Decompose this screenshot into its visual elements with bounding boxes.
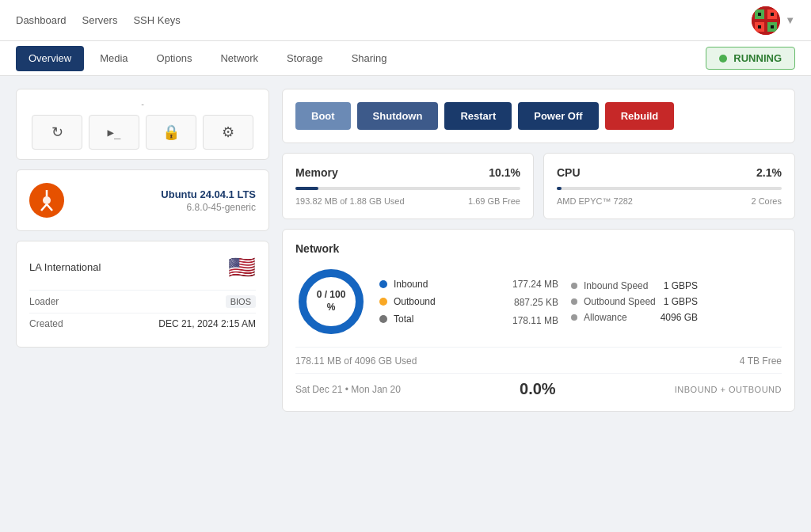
outbound-speed-row: Outbound Speed 1 GBPS [571,296,698,307]
network-card: Network 0 / 100 % [282,229,795,412]
svg-rect-5 [758,13,761,16]
right-panel: Boot Shutdown Restart Power Off Rebuild … [282,89,795,412]
boot-button[interactable]: Boot [295,102,351,130]
cpu-header: CPU 2.1% [557,166,782,179]
legend-inbound: Inbound [379,279,482,290]
shutdown-button[interactable]: Shutdown [357,102,439,130]
network-content: 0 / 100 % Inbound Outbound [295,266,782,337]
rebuild-button[interactable]: Rebuild [605,102,675,130]
memory-free: 1.69 GB Free [468,196,520,206]
tabs-bar: Overview Media Options Network Storage S… [0,41,811,76]
server-label: - [29,99,256,108]
tab-list: Overview Media Options Network Storage S… [16,41,399,75]
memory-card: Memory 10.1% 193.82 MB of 1.88 GB Used 1… [282,153,534,219]
power-buttons: Boot Shutdown Restart Power Off Rebuild [295,102,782,130]
svg-rect-6 [771,13,774,16]
network-values: 177.24 MB 887.25 KB 178.11 MB [495,278,558,326]
created-label: Created [29,318,63,329]
outbound-dot [379,298,387,306]
power-off-button[interactable]: Power Off [518,102,598,130]
left-panel: - ↻ ▶_ 🔒 ⚙ [16,89,269,412]
os-card: Ubuntu 24.04.1 LTS 6.8.0-45-generic [16,169,269,231]
nav-servers[interactable]: Servers [82,14,118,26]
console-icon: ▶_ [108,126,121,139]
console-button[interactable]: ▶_ [89,115,139,150]
avatar-dropdown-icon[interactable]: ▼ [785,14,795,26]
memory-progress-bg [295,187,520,190]
network-usage-bar: Sat Dec 21 • Mon Jan 20 0.0% INBOUND + O… [295,373,782,398]
cpu-progress-fill [557,187,562,190]
network-dates: Sat Dec 21 • Mon Jan 20 [295,384,401,395]
outbound-speed-dot [571,298,577,305]
tab-overview[interactable]: Overview [16,46,84,71]
inbound-label: Inbound [394,279,428,290]
memory-header: Memory 10.1% [295,166,520,179]
status-dot [719,55,727,63]
inbound-speed-dot [571,283,577,289]
memory-used: 193.82 MB of 1.88 GB Used [295,196,405,206]
tab-storage[interactable]: Storage [274,46,336,71]
nav-right: ▼ [752,6,795,35]
network-title: Network [295,242,782,255]
settings-icon: ⚙ [222,124,234,141]
os-kernel: 6.8.0-45-generic [74,202,256,213]
refresh-button[interactable]: ↻ [32,115,82,150]
tab-network[interactable]: Network [208,46,271,71]
location-card: LA International 🇺🇸 Loader BIOS Created … [16,241,269,348]
settings-button[interactable]: ⚙ [203,115,253,150]
restart-button[interactable]: Restart [444,102,512,130]
memory-details: 193.82 MB of 1.88 GB Used 1.69 GB Free [295,196,520,206]
created-row: Created DEC 21, 2024 2:15 AM [29,313,256,334]
nav-links: Dashboard Servers SSH Keys [16,14,181,26]
total-value: 178.11 MB [495,314,558,326]
network-used-label: 178.11 MB of 4096 GB Used [295,355,417,367]
lock-button[interactable]: 🔒 [146,115,196,150]
cpu-model: AMD EPYC™ 7282 [557,196,633,206]
inbound-value: 177.24 MB [495,278,558,290]
network-usage-pct: 0.0% [520,380,556,398]
svg-point-10 [43,196,51,204]
main-content: - ↻ ▶_ 🔒 ⚙ [0,76,811,424]
cpu-progress-bg [557,187,782,190]
tab-sharing[interactable]: Sharing [339,46,400,71]
inbound-speed-label: Inbound Speed [584,280,657,291]
tab-media[interactable]: Media [87,46,140,71]
memory-percentage: 10.1% [489,166,520,179]
server-actions-card: - ↻ ▶_ 🔒 ⚙ [16,89,269,160]
network-direction: INBOUND + OUTBOUND [675,385,782,394]
os-logo [29,183,64,218]
nav-ssh-keys[interactable]: SSH Keys [133,14,180,26]
allowance-row: Allowance 4096 GB [571,312,698,323]
tab-options[interactable]: Options [144,46,205,71]
location-header: LA International 🇺🇸 [29,254,256,280]
donut-chart: 0 / 100 % [295,266,367,337]
icon-actions: ↻ ▶_ 🔒 ⚙ [29,115,256,150]
nav-dashboard[interactable]: Dashboard [16,14,67,26]
loader-value: BIOS [226,295,256,308]
created-value: DEC 21, 2024 2:15 AM [158,318,256,329]
memory-title: Memory [295,166,338,179]
location-name: LA International [29,261,101,273]
network-free-label: 4 TB Free [740,355,782,367]
cpu-title: CPU [557,166,581,179]
total-dot [379,315,387,323]
allowance-label: Allowance [584,312,654,323]
inbound-speed-value: 1 GBPS [664,280,698,291]
metrics-row: Memory 10.1% 193.82 MB of 1.88 GB Used 1… [282,153,795,219]
network-footer: 178.11 MB of 4096 GB Used 4 TB Free [295,347,782,367]
status-text: RUNNING [733,52,782,64]
cpu-cores: 2 Cores [751,196,782,206]
power-buttons-card: Boot Shutdown Restart Power Off Rebuild [282,89,795,143]
os-info: Ubuntu 24.04.1 LTS 6.8.0-45-generic [74,188,256,213]
network-legend: Inbound Outbound Total [379,279,482,325]
inbound-dot [379,280,387,288]
loader-row: Loader BIOS [29,290,256,313]
cpu-card: CPU 2.1% AMD EPYC™ 7282 2 Cores [543,153,795,219]
outbound-speed-label: Outbound Speed [584,296,657,307]
legend-outbound: Outbound [379,296,482,307]
user-avatar[interactable] [752,6,780,35]
refresh-icon: ↻ [51,124,63,141]
status-badge: RUNNING [706,47,795,70]
location-flag: 🇺🇸 [228,254,256,280]
os-name: Ubuntu 24.04.1 LTS [74,188,256,200]
